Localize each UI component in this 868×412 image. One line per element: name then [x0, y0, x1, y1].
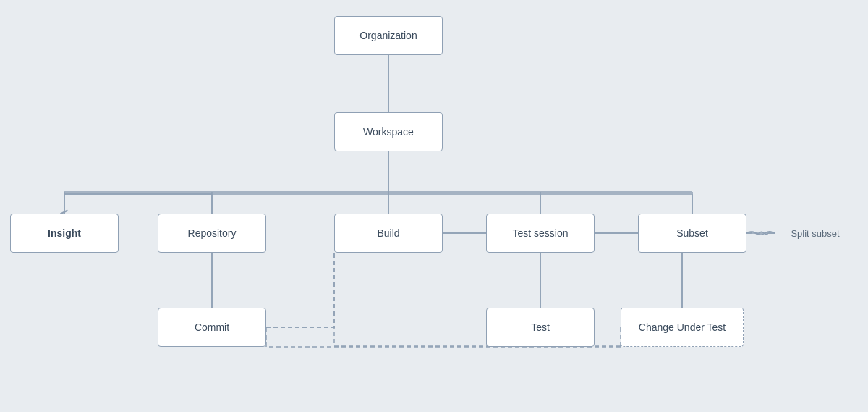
- build-node: Build: [334, 214, 443, 253]
- test-node: Test: [486, 308, 595, 347]
- diagram-container: Organization Workspace Insight Repositor…: [0, 0, 868, 412]
- split-subset-node: Split subset: [775, 214, 855, 253]
- connector-lines-2: [0, 0, 868, 412]
- change-under-test-node: Change Under Test: [621, 308, 744, 347]
- organization-node: Organization: [334, 16, 443, 55]
- insight-node: Insight: [10, 214, 119, 253]
- test-session-node: Test session: [486, 214, 595, 253]
- repository-node: Repository: [158, 214, 266, 253]
- commit-node: Commit: [158, 308, 266, 347]
- subset-node: Subset: [638, 214, 746, 253]
- workspace-node: Workspace: [334, 112, 443, 151]
- connector-lines: [0, 0, 868, 412]
